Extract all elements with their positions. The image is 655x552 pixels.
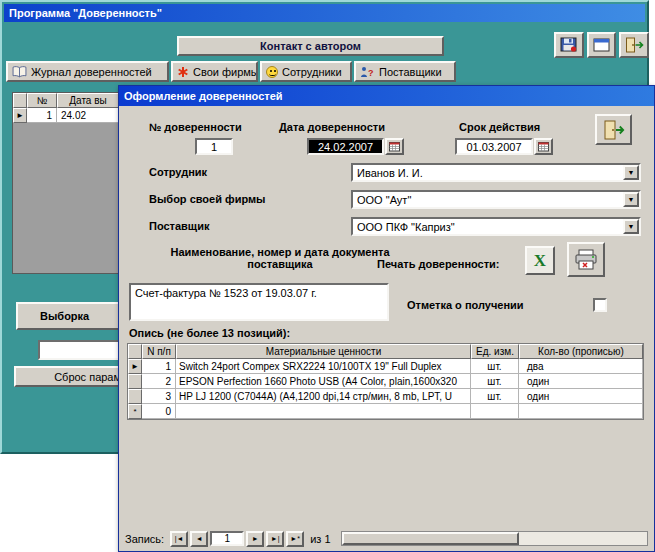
grid-cell-unit[interactable]: шт. [471,374,519,389]
journal-corner-selector[interactable] [13,93,27,108]
grid-cell-name[interactable]: Switch 24port Compex SRX2224 10/100TX 19… [176,359,471,374]
grid-cell-qty[interactable]: один [519,374,643,389]
grid-cell-name[interactable]: HP LJ 1200 (C7044A) (A4,1200 dpi,14 стр/… [176,389,471,404]
dropdown-arrow-icon[interactable]: ▼ [623,165,639,180]
grid-row-selector[interactable]: * [128,404,142,419]
grid-row-selector[interactable] [128,374,142,389]
validity-label: Срок действия [459,121,540,133]
journal-cell-num[interactable]: 1 [27,108,57,123]
scrollbar-thumb[interactable] [342,532,519,545]
tab-firms[interactable]: Свои фирмы [171,61,258,82]
grid-cell-name[interactable]: EPSON Perfection 1660 Photo USB (A4 Colo… [176,374,471,389]
dialog-window: Оформление доверенностей № доверенности … [118,85,655,552]
grid-row-selector[interactable]: ► [128,359,142,374]
save-icon [560,37,578,53]
grid-cell-num[interactable]: 0 [142,404,176,419]
journal-cell-date[interactable]: 24.02 [57,108,119,123]
journal-row-selector[interactable]: ► [13,108,27,123]
main-titlebar[interactable]: Программа "Доверенность" [4,4,645,22]
dialog-titlebar[interactable]: Оформление доверенностей [119,86,654,106]
employee-combobox[interactable]: Иванов И. И. ▼ [351,163,641,182]
svg-text:?: ? [368,68,374,78]
grid-row: ► 1 Switch 24port Compex SRX2224 10/100T… [128,359,643,374]
grid-cell-unit[interactable]: шт. [471,389,519,404]
horizontal-scrollbar[interactable] [341,531,648,546]
grid-cell-qty[interactable] [519,404,643,419]
printer-icon [573,248,599,272]
grid-cell-qty[interactable]: два [519,359,643,374]
journal-icon [12,66,27,78]
grid-cell-num[interactable]: 1 [142,359,176,374]
new-record-button[interactable]: ►* [286,531,304,547]
dropdown-arrow-icon[interactable]: ▼ [623,219,639,234]
grid-cell-num[interactable]: 2 [142,374,176,389]
grid-cell-qty[interactable]: один [519,389,643,404]
exit-door-icon [603,120,625,140]
grid-col-unit[interactable]: Ед. изм. [471,344,519,359]
grid-header-row: N п/п Материальные ценности Ед. изм. Кол… [128,344,643,359]
doc-label: Наименование, номер и дата документа пос… [161,246,399,270]
dialog-title: Оформление доверенностей [124,90,283,102]
contact-author-button[interactable]: Контакт с автором [177,36,444,56]
prev-record-button[interactable]: ◄ [190,531,208,547]
dialog-close-button[interactable] [595,114,632,145]
exit-door-icon [625,37,644,53]
grid-row-selector[interactable] [128,389,142,404]
number-label: № доверенности [149,121,242,133]
journal-data-row: ► 1 24.02 [13,108,119,123]
tab-employees-label: Сотрудники [282,66,342,78]
grid-new-row: * 0 [128,404,643,419]
dropdown-arrow-icon[interactable]: ▼ [623,192,639,207]
receipt-checkbox[interactable] [593,298,607,312]
tab-journal-label: Журнал доверенностей [31,66,152,78]
supplier-label: Поставщик [149,220,209,232]
journal-col-date[interactable]: Дата вы [57,93,119,108]
window-button[interactable] [587,32,616,58]
tab-employees[interactable]: Сотрудники [260,61,352,82]
grid-caption: Опись (не более 13 позиций): [129,327,290,339]
tab-suppliers-label: Поставщики [379,66,442,78]
journal-table: № Дата вы ► 1 24.02 [12,92,120,274]
current-record-field[interactable]: 1 [210,531,244,546]
employee-value: Иванов И. И. [353,165,623,180]
date-calendar-button[interactable] [385,138,404,155]
print-label: Печать доверенности: [377,258,500,270]
number-field[interactable]: 1 [195,138,233,155]
exit-button[interactable] [619,32,649,58]
excel-export-button[interactable]: X [525,246,555,275]
grid-cell-name[interactable] [176,404,471,419]
items-grid: N п/п Материальные ценности Ед. изм. Кол… [127,343,644,420]
tab-journal[interactable]: Журнал доверенностей [6,61,169,82]
record-navigator: Запись: |◄ ◄ 1 ► ►| ►* из 1 [125,530,648,547]
excel-icon: X [534,252,546,269]
suppliers-icon: ? [360,66,375,78]
tab-suppliers[interactable]: ? Поставщики [354,61,456,82]
save-button[interactable] [554,32,584,58]
grid-col-name[interactable]: Материальные ценности [176,344,471,359]
doc-number-field[interactable]: Счет-фактура № 1523 от 19.03.07 г. [129,283,389,321]
next-record-button[interactable]: ► [246,531,264,547]
validity-field[interactable]: 01.03.2007 [455,138,533,155]
validity-calendar-button[interactable] [534,138,553,155]
employee-label: Сотрудник [149,166,207,178]
record-label: Запись: [125,533,164,545]
calendar-icon [538,141,549,152]
supplier-combobox[interactable]: ООО ПКФ "Каприз" ▼ [351,217,641,236]
firm-value: ООО "Аут" [353,192,623,207]
grid-corner-selector[interactable] [128,344,142,359]
print-button[interactable] [567,242,605,277]
grid-col-num[interactable]: N п/п [142,344,176,359]
grid-cell-num[interactable]: 3 [142,389,176,404]
calendar-icon [389,141,400,152]
firm-combobox[interactable]: ООО "Аут" ▼ [351,190,641,209]
grid-cell-unit[interactable] [471,404,519,419]
smiley-icon [266,66,278,78]
window-icon [593,38,610,52]
firm-label: Выбор своей фирмы [149,193,266,205]
journal-col-num[interactable]: № [27,93,57,108]
last-record-button[interactable]: ►| [266,531,284,547]
grid-col-qty[interactable]: Кол-во (прописью) [519,344,643,359]
date-field[interactable]: 24.02.2007 [307,138,384,155]
grid-cell-unit[interactable]: шт. [471,359,519,374]
first-record-button[interactable]: |◄ [170,531,188,547]
